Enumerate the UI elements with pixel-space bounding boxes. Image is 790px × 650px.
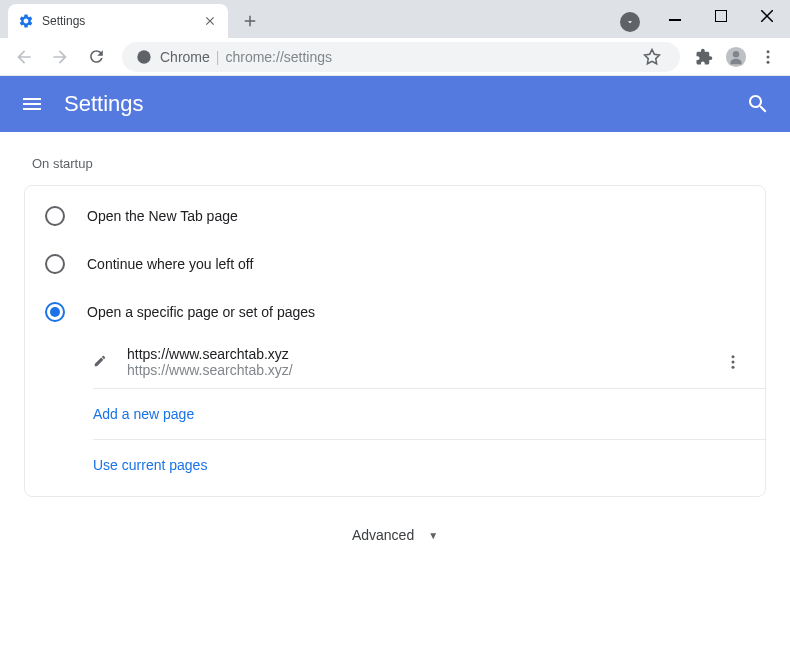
page-entry-url: https://www.searchtab.xyz/ xyxy=(127,362,721,378)
page-title: Settings xyxy=(64,91,746,117)
advanced-label: Advanced xyxy=(352,527,414,543)
profile-indicator-icon[interactable] xyxy=(620,12,640,32)
svg-point-6 xyxy=(767,55,770,58)
use-current-pages-row[interactable]: Use current pages xyxy=(25,440,765,490)
use-current-pages-link: Use current pages xyxy=(93,457,207,473)
kebab-menu-icon[interactable] xyxy=(754,43,782,71)
svg-point-5 xyxy=(767,50,770,53)
bookmark-star-icon[interactable] xyxy=(638,43,666,71)
url-chip: Chrome xyxy=(160,49,210,65)
svg-rect-0 xyxy=(669,19,681,21)
chevron-down-icon: ▼ xyxy=(428,530,438,541)
forward-button[interactable] xyxy=(44,41,76,73)
maximize-button[interactable] xyxy=(698,0,744,32)
add-page-link: Add a new page xyxy=(93,406,194,422)
startup-card: Open the New Tab page Continue where you… xyxy=(24,185,766,497)
add-page-row[interactable]: Add a new page xyxy=(25,389,765,439)
content-scroll-area[interactable]: On startup Open the New Tab page Continu… xyxy=(0,132,790,650)
profile-avatar-icon[interactable] xyxy=(722,43,750,71)
page-entry-title: https://www.searchtab.xyz xyxy=(127,346,721,362)
extensions-icon[interactable] xyxy=(690,43,718,71)
svg-point-4 xyxy=(733,51,739,57)
browser-tab[interactable]: Settings xyxy=(8,4,228,38)
window-controls xyxy=(652,0,790,32)
tab-close-icon[interactable] xyxy=(202,13,218,29)
section-title: On startup xyxy=(32,156,766,171)
svg-point-10 xyxy=(732,366,735,369)
tab-title: Settings xyxy=(42,14,202,28)
hamburger-menu-icon[interactable] xyxy=(20,92,44,116)
chrome-icon xyxy=(136,49,152,65)
radio-specific-pages[interactable]: Open a specific page or set of pages xyxy=(25,288,765,336)
radio-label: Open the New Tab page xyxy=(87,208,238,224)
radio-new-tab[interactable]: Open the New Tab page xyxy=(25,192,765,240)
radio-label: Continue where you left off xyxy=(87,256,253,272)
svg-point-7 xyxy=(767,60,770,63)
radio-icon xyxy=(45,206,65,226)
url-text: chrome://settings xyxy=(225,49,332,65)
reload-button[interactable] xyxy=(80,41,112,73)
radio-icon xyxy=(45,254,65,274)
settings-gear-icon xyxy=(18,13,34,29)
settings-header: Settings xyxy=(0,76,790,132)
svg-rect-1 xyxy=(715,10,727,22)
startup-page-entry: https://www.searchtab.xyz https://www.se… xyxy=(25,336,765,388)
browser-toolbar: Chrome | chrome://settings xyxy=(0,38,790,76)
search-icon[interactable] xyxy=(746,92,770,116)
svg-point-8 xyxy=(732,355,735,358)
radio-label: Open a specific page or set of pages xyxy=(87,304,315,320)
page-entry-menu-icon[interactable] xyxy=(721,350,745,374)
back-button[interactable] xyxy=(8,41,40,73)
radio-icon xyxy=(45,302,65,322)
minimize-button[interactable] xyxy=(652,0,698,32)
advanced-toggle[interactable]: Advanced ▼ xyxy=(24,497,766,573)
radio-continue[interactable]: Continue where you left off xyxy=(25,240,765,288)
close-button[interactable] xyxy=(744,0,790,32)
address-bar[interactable]: Chrome | chrome://settings xyxy=(122,42,680,72)
svg-point-2 xyxy=(137,50,150,63)
svg-point-9 xyxy=(732,361,735,364)
pencil-icon xyxy=(93,354,109,370)
new-tab-button[interactable] xyxy=(236,7,264,35)
